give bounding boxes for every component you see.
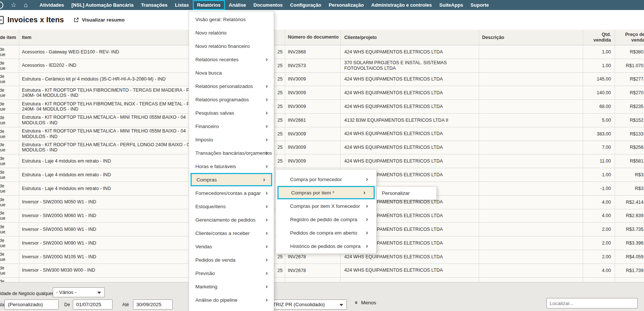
menu-item-imposto[interactable]: Imposto› — [189, 133, 274, 146]
cell-price: R$277, — [615, 73, 644, 86]
cell-price: R$1.070, — [615, 59, 644, 72]
header-quantity[interactable]: Qtd. vendida — [583, 30, 615, 45]
menu-item-an-lise-do-pipeline[interactable]: Análise do pipeline› — [189, 293, 274, 307]
chevron-right-icon: › — [366, 202, 368, 210]
nav-item-suiteapps[interactable]: SuiteApps — [436, 0, 467, 10]
menu-item-gerenciamento-de-pedidos[interactable]: Gerenciamento de pedidos› — [189, 213, 274, 226]
chevron-right-icon: › — [266, 96, 268, 103]
header-item-type[interactable]: Tipo de item — [0, 30, 19, 45]
menu-item-novo-relat-rio-financeiro[interactable]: Novo relatório financeiro — [189, 39, 274, 53]
menu-item-fornecedores-contas-a-pagar[interactable]: Fornecedores/contas a pagar› — [189, 186, 274, 200]
nav-item-listas[interactable]: Listas — [171, 0, 193, 10]
menu-item-vendas[interactable]: Vendas› — [189, 240, 274, 253]
cell-item-type: Item de estoque — [0, 114, 19, 127]
menu-item-relat-rios-programados[interactable]: Relatórios programados› — [189, 93, 274, 106]
submenu-item-registro-de-pedido-de-compra[interactable]: Registro de pedido de compra› — [276, 213, 376, 226]
cell-document: INV3009 — [285, 154, 341, 168]
submenu-item-compra-por-fornecedor[interactable]: Compra por fornecedor› — [276, 173, 376, 186]
table-row: Item de estoqueEstrutura - KIT ROOFTOP T… — [0, 100, 644, 114]
menu-item-label: Análise do pipeline — [195, 297, 237, 303]
menu-item-transa-es-banc-rias-or-amentos[interactable]: Transações bancárias/orçamentos› — [189, 146, 274, 160]
menu-item-financeiro[interactable]: Financeiro› — [189, 120, 274, 133]
chevron-right-icon: › — [366, 176, 368, 183]
cell-client: 424 WHS EQUIPAMENTOS ELETRICOS LTDA — [341, 264, 479, 277]
cell-price: R$152, — [615, 114, 644, 127]
cell-item-type: Item de estoque — [0, 45, 19, 59]
cell-item-type: Item de estoque — [0, 250, 19, 263]
cell-quantity: 1.00 — [583, 59, 615, 72]
from-label: De — [64, 302, 70, 307]
header-client[interactable]: Cliente/projeto — [341, 30, 479, 45]
cell-client: 424 WHS EQUIPAMENTOS ELETRICOS LTDA — [341, 127, 479, 141]
star-icon[interactable]: ☆ — [11, 0, 16, 10]
find-input[interactable] — [550, 301, 634, 306]
nav-item-nsl-automa-o-banc-ria[interactable]: [NSL] Automação Bancária — [68, 0, 137, 10]
nav-item-suporte[interactable]: Suporte — [467, 0, 492, 10]
menu-item-cliente-contas-a-receber[interactable]: Cliente/contas a receber› — [189, 226, 274, 240]
menu-item-estoque-itens[interactable]: Estoque/itens› — [189, 200, 274, 213]
menu-item-horas-e-fatur-veis[interactable]: Horas e faturáveis› — [189, 160, 274, 173]
header-document[interactable]: Número do documento — [285, 30, 341, 45]
cell-description — [479, 100, 583, 113]
submenu-item-compras-por-item[interactable]: Compras por item *› — [277, 186, 375, 199]
cell-price: R$256, — [615, 141, 644, 154]
menu-item-relat-rios-personalizados[interactable]: Relatórios personalizados› — [189, 79, 274, 93]
menu-item-pedidos-de-venda[interactable]: Pedidos de venda› — [189, 253, 274, 266]
table-row: Item de estoqueEstrutura - KIT ROOFTOP T… — [0, 86, 644, 100]
nav-item-an-lise[interactable]: Análise — [225, 0, 250, 10]
chevron-right-icon: › — [266, 56, 268, 63]
nav-item-personaliza-o[interactable]: Personalização — [325, 0, 368, 10]
menu-item-relat-rios-recentes[interactable]: Relatórios recentes› — [189, 53, 274, 66]
customize-label: Personalizar — [382, 190, 410, 196]
header-description[interactable]: Descrição — [479, 30, 583, 45]
chevron-right-icon: › — [266, 243, 268, 250]
to-date-input[interactable]: 30/09/2025 — [133, 299, 173, 310]
submenu-item-hist-rico-de-pedidos-de-compra[interactable]: Histórico de pedidos de compra› — [276, 239, 376, 253]
home-icon[interactable]: ⌂ — [24, 0, 27, 10]
nav-item-documentos[interactable]: Documentos — [250, 0, 286, 10]
menu-item-marketing[interactable]: Marketing› — [189, 280, 274, 293]
top-navbar: ☆ ⌂ Atividades[NSL] Automação BancáriaTr… — [0, 0, 644, 10]
chevron-right-icon: › — [266, 283, 268, 290]
menu-item-compras[interactable]: Compras› — [191, 173, 272, 186]
table-row: Item de estoqueInversor - SIW300 M030 W0… — [0, 264, 644, 278]
to-label: Até — [122, 302, 129, 307]
cell-client: 424 WHS EQUIPAMENTOS ELETRICOS LTDA — [341, 154, 479, 168]
menu-item-vis-o-geral-relat-rios[interactable]: Visão geral: Relatórios — [189, 13, 274, 26]
menu-item-novo-relat-rio[interactable]: Novo relatório — [189, 26, 274, 39]
cell-document: INV2868 — [285, 45, 341, 59]
cell-price: R$3, — [615, 182, 644, 195]
submenu-item-compras-por-item-x-fornecedor[interactable]: Compras por item X fornecedor› — [276, 199, 376, 213]
menu-item-label: Relatórios personalizados — [195, 84, 253, 89]
header-price[interactable]: Preço de venda — [615, 30, 644, 45]
menu-item-label: Estoque/itens — [195, 204, 226, 209]
less-toggle[interactable]: » Menos — [355, 299, 376, 306]
cell-price: R$581, — [615, 154, 644, 168]
customize-menu-item[interactable]: Personalizar — [377, 186, 437, 200]
double-chevron-down-icon: » — [354, 301, 360, 304]
chevron-right-icon: › — [366, 242, 368, 250]
submenu-item-pedidos-de-compra-em-aberto[interactable]: Pedidos de compra em aberto› — [276, 226, 376, 239]
business-unit-select[interactable]: - Vários - — [53, 287, 105, 297]
from-date-input[interactable]: 01/07/2025 — [73, 299, 113, 310]
nav-item-relat-rios[interactable]: Relatórios — [193, 0, 225, 10]
menu-item-pesquisas-salvas[interactable]: Pesquisas salvas› — [189, 106, 274, 120]
menu-item-label: Novo relatório — [195, 30, 227, 36]
nav-item-administra-o-e-controles[interactable]: Administração e controles — [368, 0, 436, 10]
cell-price: R$133, — [615, 127, 644, 141]
chevron-right-icon: › — [366, 229, 368, 236]
cell-price: R$2.414, — [615, 196, 644, 209]
menu-item-nova-busca[interactable]: Nova busca — [189, 66, 274, 79]
logo-icon[interactable] — [0, 1, 3, 9]
nav-item-transa-es[interactable]: Transações — [137, 0, 171, 10]
chevron-down-icon — [339, 304, 343, 306]
cell-client: 424 WHS EQUIPAMENTOS ELETRICOS LTDA — [341, 73, 479, 86]
navbar-icons: ☆ ⌂ — [0, 0, 28, 10]
menu-item-previs-o[interactable]: Previsão› — [189, 266, 274, 280]
nav-item-configura-o[interactable]: Configuração — [286, 0, 325, 10]
view-summary-link[interactable]: Visualizar resumo — [74, 17, 124, 23]
date-type-field[interactable]: (Personalizado) — [4, 299, 59, 310]
cell-description — [479, 209, 583, 223]
cell-quantity: 4.00 — [583, 264, 615, 277]
nav-item-atividades[interactable]: Atividades — [36, 0, 68, 10]
